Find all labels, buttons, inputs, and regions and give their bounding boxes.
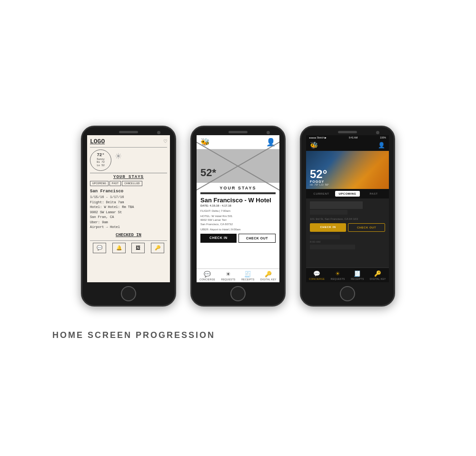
app-key-icon: 🔑 xyxy=(374,270,381,277)
sketch-tab-past[interactable]: PAST xyxy=(109,181,121,186)
phone2-screen: 🐝 👤 52* YOUR STAYS San Francisco - W Hot… xyxy=(197,135,279,282)
phones-row: LOGO ♡ 72° Sunny Hi 72 Lo 52 ☀ xyxy=(81,126,395,307)
wire-key-icon: 🔑 xyxy=(265,271,272,278)
sketch-stays-section: YOUR STAYS UPCOMING PAST CANCELLED San F… xyxy=(90,173,167,238)
wire-check-in-btn[interactable]: CHECK IN xyxy=(200,234,237,243)
main-container: LOGO ♡ 72° Sunny Hi 72 Lo 52 ☀ xyxy=(0,107,476,350)
app-receipts-label: RECEIPTS xyxy=(351,278,364,280)
phone1-camera xyxy=(157,131,160,134)
phone2-bottom-bar xyxy=(192,282,284,305)
phone1-home-button[interactable] xyxy=(121,286,136,301)
app-nav-concierge[interactable]: 💬 CONCIERGE xyxy=(309,270,325,280)
wire-nav-concierge[interactable]: 💬 CONCIERGE xyxy=(199,271,215,281)
sketch-tab-upcoming[interactable]: UPCOMING xyxy=(90,181,109,186)
wire-image-placeholder: 52* xyxy=(197,149,279,183)
sketch-uber: Uber: 9am Airport → Hotel xyxy=(90,220,167,230)
app-check-in-btn[interactable]: CHECK IN xyxy=(310,223,346,232)
wire-nav-receipts[interactable]: 🧾 RECEIPTS xyxy=(241,271,254,281)
wire-flight: FLIGHT: Delta | 7:00am xyxy=(200,209,276,213)
sketch-bottom-nav: 💬 🔔 🖼 🔑 xyxy=(90,240,167,253)
app-nav-receipts[interactable]: 🧾 RECEIPTS xyxy=(351,270,364,280)
app-hotel-name-bar xyxy=(310,210,347,215)
app-key-label: DIGITAL KEY xyxy=(370,278,386,280)
sketch-tab-cancelled[interactable]: CANCELLED xyxy=(122,181,142,186)
sketch-nav-concierge[interactable]: 💬 xyxy=(93,243,106,253)
wire-key-label: DIGITAL KEY xyxy=(260,278,277,281)
app-tab-current[interactable]: CURRENT xyxy=(309,191,334,197)
phone2-speaker xyxy=(228,131,248,133)
app-top-bar: 🐝 👤 xyxy=(306,140,389,151)
wire-nav: 💬 CONCIERGE ☀ REQUESTS 🧾 RECEIPTS 🔑 xyxy=(197,268,279,282)
caption-row: HOME SCREEN PROGRESSION xyxy=(52,330,424,340)
sketch-logo: LOGO xyxy=(90,138,105,145)
wire-requests-label: REQUESTS xyxy=(221,278,236,281)
sketch-heart-icon: ♡ xyxy=(164,138,167,145)
app-requests-label: REQUESTS xyxy=(331,278,345,280)
app-status-bar: ●●●●● Sketch ▶ 9:41 AM 100% xyxy=(306,135,389,140)
wire-nav-key[interactable]: 🔑 DIGITAL KEY xyxy=(260,271,277,281)
app-concierge-icon: 💬 xyxy=(313,270,320,277)
phone-wireframe: 🐝 👤 52* YOUR STAYS San Francisco - W Hot… xyxy=(190,126,286,307)
app-check-out-btn[interactable]: CHECK OUT xyxy=(348,223,385,232)
app-action-buttons: CHECK IN CHECK OUT xyxy=(310,223,385,232)
phone3-screen: ●●●●● Sketch ▶ 9:41 AM 100% 🐝 👤 52° xyxy=(306,135,389,282)
app-nav-key[interactable]: 🔑 DIGITAL KEY xyxy=(370,270,386,280)
app-tabs: CURRENT UPCOMING PAST xyxy=(306,189,389,198)
app-tab-past[interactable]: PAST xyxy=(361,191,386,197)
wire-hotel-detail: HOTEL: W Hotel Rm 501 9902 SW Lamar Terr… xyxy=(200,214,276,226)
phone-sketch: LOGO ♡ 72° Sunny Hi 72 Lo 52 ☀ xyxy=(81,126,176,307)
sketch-temp: 72° xyxy=(97,153,104,158)
bridge-overlay xyxy=(331,151,389,189)
wire-check-out-btn[interactable]: CHECK OUT xyxy=(238,234,276,243)
sketch-screen: LOGO ♡ 72° Sunny Hi 72 Lo 52 ☀ xyxy=(87,135,170,282)
wire-concierge-label: CONCIERGE xyxy=(199,278,215,281)
wire-hotel-name: San Francisco - W Hotel xyxy=(200,197,276,204)
wire-stays-title: YOUR STAYS xyxy=(200,186,276,190)
sketch-stay-content: San Francisco 1/15/16 - 1/17/16 Flight: … xyxy=(90,188,167,230)
wire-concierge-icon: 💬 xyxy=(204,271,211,278)
app-status-time: 9:41 AM xyxy=(349,136,357,139)
phone3-top-bar xyxy=(301,127,394,135)
sketch-nav-key[interactable]: 🔑 xyxy=(151,243,164,253)
wire-stays-section: YOUR STAYS San Francisco - W Hotel DATE:… xyxy=(197,183,279,268)
app-weather-hilo: HI: 70° LO: 50° xyxy=(310,183,329,186)
sketch-flight: Flight: Delta 7am xyxy=(90,200,167,205)
app-screen: ●●●●● Sketch ▶ 9:41 AM 100% 🐝 👤 52° xyxy=(306,135,389,282)
app-tab-upcoming[interactable]: UPCOMING xyxy=(335,191,360,197)
phone3-bottom-bar xyxy=(301,282,394,305)
wire-receipts-label: RECEIPTS xyxy=(241,278,254,281)
app-status-left: ●●●●● Sketch ▶ xyxy=(309,136,327,139)
phone2-home-button[interactable] xyxy=(230,286,246,301)
wire-top-bar: 🐝 👤 xyxy=(197,135,279,149)
phone3-camera xyxy=(376,131,379,134)
app-logo-icon: 🐝 xyxy=(310,141,318,149)
app-requests-icon: ☀ xyxy=(335,270,340,277)
app-concierge-label: CONCIERGE xyxy=(309,278,325,280)
app-weather-bg: 52° FOGGY HI: 70° LO: 50° xyxy=(306,151,389,189)
phone3-speaker xyxy=(338,131,357,133)
app-nav-requests[interactable]: ☀ REQUESTS xyxy=(331,270,345,280)
app-city-name-bar xyxy=(310,201,363,209)
sketch-city: San Francisco xyxy=(90,188,167,195)
sketch-checked-in: CHECKED IN xyxy=(90,233,167,238)
app-nav: 💬 CONCIERGE ☀ REQUESTS 🧾 RECEIPTS 🔑 xyxy=(306,268,389,282)
app-receipts-icon: 🧾 xyxy=(354,270,361,277)
sketch-hotel: Hotel: W Hotel: Rm TBA 9902 SW Lamar St … xyxy=(90,205,167,220)
phone3-home-button[interactable] xyxy=(340,286,355,301)
phone-final: ●●●●● Sketch ▶ 9:41 AM 100% 🐝 👤 52° xyxy=(300,126,395,307)
sketch-sun-doodle: ☀ xyxy=(115,150,121,163)
phone1-top-bar xyxy=(82,127,175,135)
phone1-screen: LOGO ♡ 72° Sunny Hi 72 Lo 52 ☀ xyxy=(87,135,170,282)
app-profile-icon: 👤 xyxy=(378,142,385,149)
wire-temp: 52* xyxy=(200,167,216,179)
sketch-nav-receipts[interactable]: 🖼 xyxy=(131,243,145,253)
page-caption: HOME SCREEN PROGRESSION xyxy=(52,330,215,340)
wire-nav-requests[interactable]: ☀ REQUESTS xyxy=(221,271,236,281)
sketch-stays-title: YOUR STAYS xyxy=(90,175,167,179)
phone1-speaker xyxy=(119,131,138,133)
phone2-top-bar xyxy=(192,127,284,135)
sketch-nav-requests[interactable]: 🔔 xyxy=(112,243,126,253)
app-stay-bar3 xyxy=(310,245,355,249)
app-stay-bar2 xyxy=(310,235,340,239)
app-stay-card: 101 3rd St, San Francisco, CA 94 103 CHE… xyxy=(306,198,389,268)
